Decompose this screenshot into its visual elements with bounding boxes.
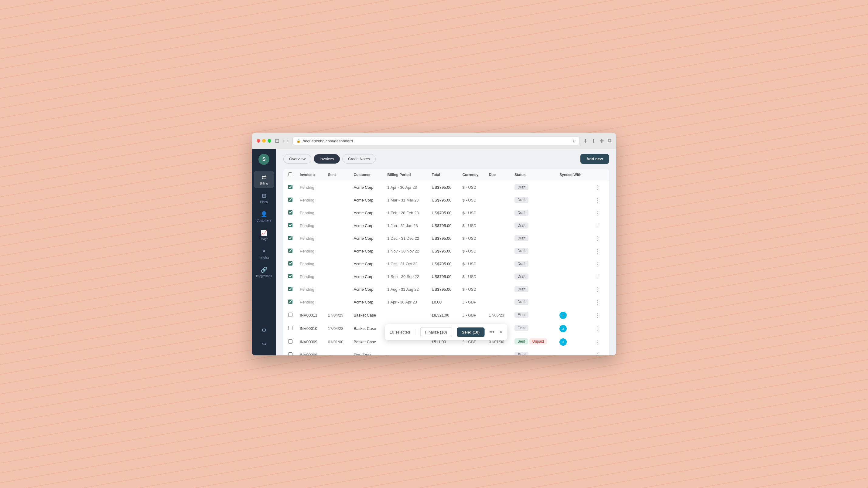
row-checkbox[interactable]: [288, 339, 292, 344]
invoice-sent: [324, 283, 350, 296]
status-badge: Draft: [515, 261, 528, 267]
col-total: Total: [428, 169, 459, 181]
invoice-due: [485, 207, 511, 220]
usage-icon: 📈: [260, 229, 267, 236]
row-actions: ⋮: [589, 181, 609, 194]
row-checkbox[interactable]: [288, 274, 292, 278]
new-tab-icon[interactable]: ✚: [600, 138, 604, 144]
more-options-icon[interactable]: •••: [489, 329, 494, 335]
sidebar-item-label-usage: Usage: [260, 237, 269, 241]
row-menu-button[interactable]: ⋮: [592, 299, 603, 306]
invoice-customer: Acme Corp: [350, 220, 383, 232]
row-menu-button[interactable]: ⋮: [592, 312, 603, 319]
back-icon[interactable]: ‹: [283, 138, 285, 143]
sidebar-item-insights[interactable]: ✦ Insights: [254, 245, 274, 262]
row-checkbox[interactable]: [288, 299, 292, 304]
close-action-bar-icon[interactable]: ×: [499, 329, 503, 335]
row-checkbox[interactable]: [288, 236, 292, 240]
row-checkbox[interactable]: [288, 313, 292, 317]
row-menu-button[interactable]: ⋮: [592, 222, 603, 229]
invoice-number: Pending: [296, 270, 324, 283]
invoice-synced: x: [556, 335, 589, 349]
invoice-number: INV00011: [296, 308, 324, 322]
status-badge: Draft: [515, 210, 528, 216]
row-checkbox-cell: [283, 207, 296, 220]
reload-icon[interactable]: ↻: [572, 139, 576, 143]
row-menu-button[interactable]: ⋮: [592, 235, 603, 242]
sidebar-bottom: ⚙ ↪: [254, 324, 274, 351]
row-menu-button[interactable]: ⋮: [592, 209, 603, 217]
sidebar-item-logout[interactable]: ↪: [254, 338, 274, 351]
maximize-traffic-light[interactable]: [268, 139, 271, 143]
row-checkbox[interactable]: [288, 198, 292, 202]
share-icon[interactable]: ⬆: [592, 138, 596, 144]
tab-invoices[interactable]: Invoices: [314, 154, 340, 164]
row-menu-button[interactable]: ⋮: [592, 325, 603, 332]
row-checkbox[interactable]: [288, 352, 292, 355]
table-row: PendingAcme Corp1 Oct - 31 Oct 22US$795.…: [283, 258, 609, 270]
tabs-icon[interactable]: ⧉: [608, 138, 611, 144]
row-checkbox[interactable]: [288, 185, 292, 189]
main-content: Overview Invoices Credit Notes Add new I…: [276, 149, 616, 355]
row-menu-button[interactable]: ⋮: [592, 351, 603, 355]
address-bar[interactable]: 🔒 sequencehq.com/dashboard ↻: [292, 137, 580, 145]
sidebar-item-plans[interactable]: ⊞ Plans: [254, 189, 274, 207]
select-all-checkbox[interactable]: [288, 172, 292, 176]
row-checkbox[interactable]: [288, 261, 292, 265]
add-new-button[interactable]: Add new: [580, 154, 609, 164]
row-checkbox[interactable]: [288, 223, 292, 227]
invoice-number: INV00009: [296, 335, 324, 349]
col-actions: [589, 169, 609, 181]
select-all-header[interactable]: [283, 169, 296, 181]
send-button[interactable]: Send (10): [457, 327, 485, 337]
row-checkbox[interactable]: [288, 210, 292, 215]
sidebar-item-customers[interactable]: 👤 Customers: [254, 208, 274, 225]
row-menu-button[interactable]: ⋮: [592, 338, 603, 346]
sidebar-item-integrations[interactable]: 🔗 Integrations: [254, 263, 274, 281]
action-bar: 10 selected Finalize (10) Send (10) ••• …: [385, 324, 507, 340]
invoice-billing-period: 1 Dec - 31 Dec 22: [383, 232, 428, 245]
tab-overview[interactable]: Overview: [283, 154, 311, 164]
invoice-currency: £ - GBP: [459, 308, 485, 322]
sidebar-toggle-icon[interactable]: ⊟: [275, 137, 279, 144]
minimize-traffic-light[interactable]: [262, 139, 266, 143]
sidebar-logo[interactable]: S: [258, 154, 269, 165]
invoice-currency: [459, 349, 485, 355]
finalize-button[interactable]: Finalize (10): [420, 327, 452, 337]
invoice-billing-period: 1 Apr - 30 Apr 23: [383, 296, 428, 308]
row-checkbox-cell: [283, 349, 296, 355]
row-actions: ⋮: [589, 335, 609, 349]
invoice-customer: Acme Corp: [350, 258, 383, 270]
invoice-total: US$795.00: [428, 181, 459, 194]
action-bar-divider: [415, 329, 415, 335]
row-menu-button[interactable]: ⋮: [592, 184, 603, 191]
row-menu-button[interactable]: ⋮: [592, 197, 603, 204]
row-menu-button[interactable]: ⋮: [592, 248, 603, 255]
invoice-number: Pending: [296, 245, 324, 258]
invoice-number: Pending: [296, 283, 324, 296]
close-traffic-light[interactable]: [257, 139, 260, 143]
row-actions: ⋮: [589, 194, 609, 207]
forward-icon[interactable]: ›: [287, 138, 288, 143]
row-actions: ⋮: [589, 349, 609, 355]
row-checkbox-cell: [283, 232, 296, 245]
row-checkbox[interactable]: [288, 287, 292, 291]
invoice-total: US$795.00: [428, 270, 459, 283]
invoice-due: [485, 258, 511, 270]
row-menu-button[interactable]: ⋮: [592, 260, 603, 268]
row-checkbox[interactable]: [288, 326, 292, 330]
sidebar-item-settings[interactable]: ⚙: [254, 324, 274, 336]
col-sent: Sent: [324, 169, 350, 181]
row-menu-button[interactable]: ⋮: [592, 286, 603, 293]
sidebar-item-billing[interactable]: ⇄ Billing: [254, 171, 274, 188]
download-icon[interactable]: ⬇: [583, 138, 587, 144]
row-menu-button[interactable]: ⋮: [592, 273, 603, 281]
invoice-number: Pending: [296, 181, 324, 194]
sidebar-item-usage[interactable]: 📈 Usage: [254, 226, 274, 244]
status-badge: Draft: [515, 184, 528, 190]
invoice-currency: £ - GBP: [459, 296, 485, 308]
invoice-currency: $ - USD: [459, 194, 485, 207]
tab-credit-notes[interactable]: Credit Notes: [342, 154, 376, 164]
row-checkbox[interactable]: [288, 249, 292, 253]
table-row: PendingAcme Corp1 Nov - 30 Nov 22US$795.…: [283, 245, 609, 258]
